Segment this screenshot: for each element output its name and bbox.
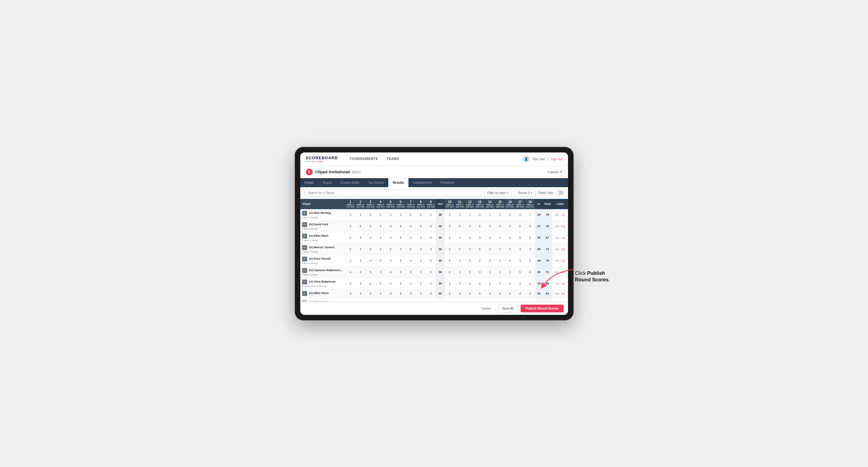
score-6-hole-11[interactable]: 5 bbox=[455, 278, 465, 289]
score-6-hole-4[interactable]: 5 bbox=[376, 278, 385, 289]
score-0-hole-17[interactable]: 3 bbox=[515, 209, 525, 221]
score-4-hole-12[interactable]: 5 bbox=[465, 255, 475, 266]
score-7-hole-14[interactable]: 3 bbox=[485, 289, 495, 298]
score-5-hole-16[interactable]: 3 bbox=[505, 266, 515, 278]
score-6-hole-2[interactable]: 4 bbox=[355, 278, 365, 289]
score-2-hole-4[interactable]: 4 bbox=[376, 232, 385, 243]
score-3-hole-11[interactable]: 5 bbox=[455, 243, 465, 255]
score-6-hole-8[interactable]: 5 bbox=[415, 278, 426, 289]
score-1-hole-9[interactable]: 3 bbox=[426, 220, 436, 232]
score-2-hole-8[interactable]: 3 bbox=[415, 232, 426, 243]
save-all-button[interactable]: Save All bbox=[498, 305, 518, 312]
score-0-hole-16[interactable]: 5 bbox=[505, 209, 515, 221]
score-2-hole-3[interactable]: 3 bbox=[365, 232, 375, 243]
score-7-hole-2[interactable]: 3 bbox=[355, 289, 365, 298]
score-3-hole-1[interactable]: 5 bbox=[345, 243, 355, 255]
score-0-hole-18[interactable]: 7 bbox=[525, 209, 535, 221]
score-4-hole-4[interactable]: 5 bbox=[376, 255, 385, 266]
score-1-hole-3[interactable]: 3 bbox=[365, 220, 375, 232]
score-6-hole-5[interactable]: 3 bbox=[385, 278, 396, 289]
score-partial-in[interactable] bbox=[465, 298, 475, 302]
score-6-hole-13[interactable]: 4 bbox=[475, 278, 485, 289]
score-partial[interactable] bbox=[426, 298, 436, 302]
score-4-hole-14[interactable]: 3 bbox=[485, 255, 495, 266]
score-3-hole-17[interactable]: 4 bbox=[515, 243, 525, 255]
score-6-hole-10[interactable]: 3 bbox=[445, 278, 455, 289]
score-3-hole-12[interactable]: 3 bbox=[465, 243, 475, 255]
score-4-hole-1[interactable]: 3 bbox=[345, 255, 355, 266]
score-partial[interactable] bbox=[415, 298, 426, 302]
score-2-hole-18[interactable]: 5 bbox=[525, 232, 535, 243]
score-7-hole-11[interactable]: 4 bbox=[455, 289, 465, 298]
score-3-hole-5[interactable]: 5 bbox=[385, 243, 396, 255]
score-1-hole-10[interactable]: 3 bbox=[445, 220, 455, 232]
dq-badge[interactable]: DQ bbox=[561, 236, 565, 240]
score-0-hole-10[interactable]: 3 bbox=[445, 209, 455, 221]
score-partial-in[interactable] bbox=[525, 298, 535, 302]
score-0-hole-5[interactable]: 4 bbox=[385, 209, 396, 221]
score-6-hole-18[interactable]: 3 bbox=[525, 278, 535, 289]
score-4-hole-15[interactable]: 5 bbox=[495, 255, 505, 266]
score-1-hole-15[interactable]: 5 bbox=[495, 220, 505, 232]
score-2-hole-9[interactable]: 6 bbox=[426, 232, 436, 243]
score-3-hole-2[interactable]: 3 bbox=[355, 243, 365, 255]
score-5-hole-4[interactable]: 3 bbox=[376, 266, 385, 278]
score-5-hole-12[interactable]: 5 bbox=[465, 266, 475, 278]
score-7-hole-4[interactable]: 4 bbox=[376, 289, 385, 298]
score-partial[interactable] bbox=[396, 298, 406, 302]
score-4-hole-6[interactable]: 5 bbox=[396, 255, 406, 266]
wd-badge[interactable]: WD bbox=[554, 259, 560, 263]
score-7-hole-3[interactable]: 4 bbox=[365, 289, 375, 298]
score-4-hole-11[interactable]: 3 bbox=[455, 255, 465, 266]
round-select[interactable]: Round 3 ▾ bbox=[515, 189, 535, 196]
score-3-hole-9[interactable]: 3 bbox=[426, 243, 436, 255]
wd-badge[interactable]: WD bbox=[554, 247, 560, 251]
score-6-hole-14[interactable]: 5 bbox=[485, 278, 495, 289]
dq-badge[interactable]: DQ bbox=[561, 213, 565, 217]
tab-course-setup[interactable]: Course Setup bbox=[336, 178, 364, 187]
score-4-hole-16[interactable]: 4 bbox=[505, 255, 515, 266]
score-partial-in[interactable] bbox=[505, 298, 515, 302]
score-0-hole-12[interactable]: 3 bbox=[465, 209, 475, 221]
score-5-hole-3[interactable]: 5 bbox=[365, 266, 375, 278]
score-1-hole-8[interactable]: 6 bbox=[415, 220, 426, 232]
score-3-hole-16[interactable]: 5 bbox=[505, 243, 515, 255]
nav-tournaments[interactable]: TOURNAMENTS bbox=[345, 152, 382, 166]
score-0-hole-15[interactable]: 5 bbox=[495, 209, 505, 221]
score-7-hole-10[interactable]: 4 bbox=[445, 289, 455, 298]
search-input[interactable] bbox=[305, 189, 482, 196]
score-1-hole-16[interactable]: 3 bbox=[505, 220, 515, 232]
score-5-hole-5[interactable]: 4 bbox=[385, 266, 396, 278]
score-6-hole-17[interactable]: 3 bbox=[515, 278, 525, 289]
score-1-hole-6[interactable]: 5 bbox=[396, 220, 406, 232]
score-partial[interactable] bbox=[365, 298, 375, 302]
score-partial[interactable] bbox=[355, 298, 365, 302]
score-7-hole-18[interactable]: 3 bbox=[525, 289, 535, 298]
score-5-hole-13[interactable]: 3 bbox=[475, 266, 485, 278]
score-7-hole-15[interactable]: 4 bbox=[495, 289, 505, 298]
score-2-hole-6[interactable]: 5 bbox=[396, 232, 406, 243]
dq-badge[interactable]: DQ bbox=[561, 282, 565, 286]
score-5-hole-15[interactable]: 3 bbox=[495, 266, 505, 278]
dq-badge[interactable]: DQ bbox=[561, 270, 565, 274]
tab-printables[interactable]: Printables bbox=[436, 178, 458, 187]
wd-badge[interactable]: WD bbox=[554, 282, 560, 286]
score-7-hole-17[interactable]: 4 bbox=[515, 289, 525, 298]
tab-teams[interactable]: Teams bbox=[318, 178, 336, 187]
score-0-hole-1[interactable]: 3 bbox=[345, 209, 355, 221]
score-3-hole-6[interactable]: 3 bbox=[396, 243, 406, 255]
score-0-hole-13[interactable]: 5 bbox=[475, 209, 485, 221]
score-partial-in[interactable] bbox=[515, 298, 525, 302]
score-3-hole-7[interactable]: 6 bbox=[406, 243, 415, 255]
score-1-hole-14[interactable]: 3 bbox=[485, 220, 495, 232]
score-0-hole-14[interactable]: 3 bbox=[485, 209, 495, 221]
score-5-hole-9[interactable]: 5 bbox=[426, 266, 436, 278]
score-4-hole-2[interactable]: 3 bbox=[355, 255, 365, 266]
score-0-hole-8[interactable]: 6 bbox=[415, 209, 426, 221]
score-2-hole-11[interactable]: 5 bbox=[455, 232, 465, 243]
score-5-hole-17[interactable]: 5 bbox=[515, 266, 525, 278]
sign-out-link[interactable]: Sign out bbox=[551, 157, 562, 161]
score-2-hole-10[interactable]: 3 bbox=[445, 232, 455, 243]
score-2-hole-16[interactable]: 4 bbox=[505, 232, 515, 243]
wd-badge[interactable]: WD bbox=[554, 213, 560, 217]
